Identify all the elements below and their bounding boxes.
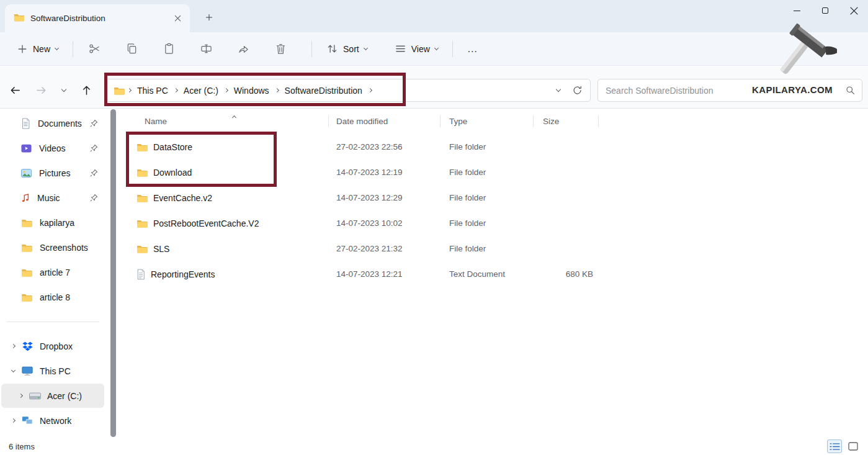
titlebar: SoftwareDistribution — [0, 0, 868, 32]
explorer-tab[interactable]: SoftwareDistribution — [5, 4, 190, 32]
rename-button[interactable] — [192, 37, 220, 61]
sidebar: Documents Videos Pictures Music kapilary — [0, 109, 105, 438]
folder-icon — [136, 168, 148, 177]
view-button[interactable]: View — [388, 37, 445, 61]
sidebar-item-kapilarya[interactable]: kapilarya — [2, 210, 104, 235]
sidebar-item-screenshots[interactable]: Screenshots — [2, 235, 104, 259]
maximize-button[interactable] — [811, 0, 839, 21]
table-row[interactable]: EventCache.v2 14-07-2023 12:29 File fold… — [119, 185, 868, 210]
file-name: Download — [153, 168, 192, 178]
breadcrumb-chevron-icon — [127, 88, 132, 92]
refresh-button[interactable] — [568, 82, 586, 99]
chevron-right-icon[interactable] — [6, 419, 20, 422]
close-button[interactable] — [839, 0, 868, 21]
table-row[interactable]: SLS 27-02-2023 21:32 File folder — [119, 236, 868, 261]
tab-close-button[interactable] — [170, 11, 185, 26]
breadcrumb-chevron-icon — [174, 88, 178, 92]
network-icon — [20, 416, 35, 425]
sidebar-item-videos[interactable]: Videos — [2, 136, 104, 160]
minimize-button[interactable] — [782, 0, 811, 21]
list-lines-icon — [395, 43, 406, 55]
up-button[interactable] — [74, 79, 98, 101]
file-type: Text Document — [441, 269, 534, 279]
new-tab-button[interactable] — [200, 8, 218, 27]
sidebar-item-pictures[interactable]: Pictures — [2, 161, 104, 185]
breadcrumb-chevron-icon — [224, 88, 228, 92]
picture-icon — [21, 169, 32, 178]
address-bar[interactable]: This PC Acer (C:) Windows SoftwareDistri… — [105, 79, 591, 102]
column-header-date-modified[interactable]: Date modified — [329, 109, 441, 134]
folder-icon — [21, 293, 32, 302]
breadcrumb-softwaredistribution[interactable]: SoftwareDistribution — [280, 86, 367, 96]
breadcrumb-windows[interactable]: Windows — [230, 86, 274, 96]
large-icons-view-button[interactable] — [846, 439, 861, 453]
folder-icon — [114, 86, 125, 95]
chevron-down-icon — [434, 45, 439, 50]
explorer-body: Documents Videos Pictures Music kapilary — [0, 109, 868, 438]
sidebar-item-label: Music — [37, 193, 60, 203]
table-row[interactable]: ReportingEvents 14-07-2023 12:21 Text Do… — [119, 261, 868, 287]
sidebar-scrollbar[interactable] — [110, 109, 116, 437]
forward-button[interactable] — [30, 79, 52, 101]
table-row[interactable]: Download 14-07-2023 12:19 File folder — [119, 160, 868, 185]
arrow-right-icon — [35, 84, 47, 96]
trash-icon — [275, 43, 287, 55]
sort-button[interactable]: Sort — [320, 37, 374, 61]
sort-button-label: Sort — [343, 44, 359, 54]
chevron-down-icon — [556, 87, 561, 92]
column-headers: Name Date modified Type Size — [119, 109, 868, 134]
new-button[interactable]: New — [10, 37, 65, 61]
table-row[interactable]: DataStore 27-02-2023 22:56 File folder — [119, 134, 868, 160]
address-dropdown-button[interactable] — [549, 82, 568, 99]
minimize-icon — [794, 11, 800, 11]
file-type: File folder — [441, 142, 534, 151]
chevron-right-icon[interactable] — [6, 345, 20, 348]
sidebar-item-label: Dropbox — [40, 341, 73, 351]
file-date: 14-07-2023 12:29 — [329, 193, 441, 202]
sidebar-item-article-8[interactable]: article 8 — [2, 285, 104, 309]
item-count: 6 items — [9, 442, 35, 451]
document-icon — [21, 118, 30, 129]
folder-icon — [14, 13, 24, 24]
sidebar-item-this-pc[interactable]: This PC — [1, 359, 104, 383]
file-type: File folder — [441, 168, 534, 177]
share-icon — [238, 43, 249, 55]
file-name: EventCache.v2 — [153, 193, 212, 203]
pin-icon — [90, 144, 98, 152]
sidebar-item-music[interactable]: Music — [2, 186, 104, 210]
column-header-name[interactable]: Name — [119, 109, 329, 134]
column-header-type[interactable]: Type — [441, 109, 534, 134]
file-size: 680 KB — [534, 269, 599, 279]
file-date: 14-07-2023 12:19 — [329, 168, 441, 177]
sidebar-item-acer-c[interactable]: Acer (C:) — [1, 384, 104, 408]
details-view-button[interactable] — [827, 439, 842, 453]
share-button[interactable] — [230, 37, 257, 61]
tab-title: SoftwareDistribution — [30, 14, 164, 23]
sidebar-item-network[interactable]: Network — [1, 408, 104, 433]
search-input[interactable] — [606, 86, 845, 96]
magnifier-icon — [845, 85, 856, 96]
text-document-icon — [136, 269, 145, 280]
music-icon — [21, 193, 30, 203]
pin-icon — [90, 194, 98, 202]
sidebar-item-article-7[interactable]: article 7 — [2, 260, 104, 284]
paste-button[interactable] — [155, 37, 182, 61]
file-date: 14-07-2023 12:21 — [329, 269, 441, 279]
see-more-button[interactable]: … — [460, 37, 485, 61]
copy-button[interactable] — [118, 37, 145, 61]
breadcrumb-this-pc[interactable]: This PC — [133, 86, 172, 96]
recent-locations-button[interactable] — [55, 79, 73, 101]
chevron-down-icon[interactable] — [6, 371, 20, 372]
sidebar-item-documents[interactable]: Documents — [2, 111, 104, 135]
table-row[interactable]: PostRebootEventCache.V2 14-07-2023 10:02… — [119, 210, 868, 236]
folder-icon — [136, 143, 148, 151]
cut-button[interactable] — [81, 37, 108, 61]
breadcrumb-acer-c[interactable]: Acer (C:) — [179, 86, 223, 96]
column-header-size[interactable]: Size — [534, 109, 599, 134]
back-button[interactable] — [4, 79, 26, 101]
delete-button[interactable] — [267, 37, 294, 61]
file-date: 27-02-2023 22:56 — [329, 142, 441, 151]
sidebar-item-dropbox[interactable]: Dropbox — [1, 334, 104, 358]
chevron-right-icon[interactable] — [14, 394, 27, 397]
file-name: PostRebootEventCache.V2 — [153, 218, 259, 228]
